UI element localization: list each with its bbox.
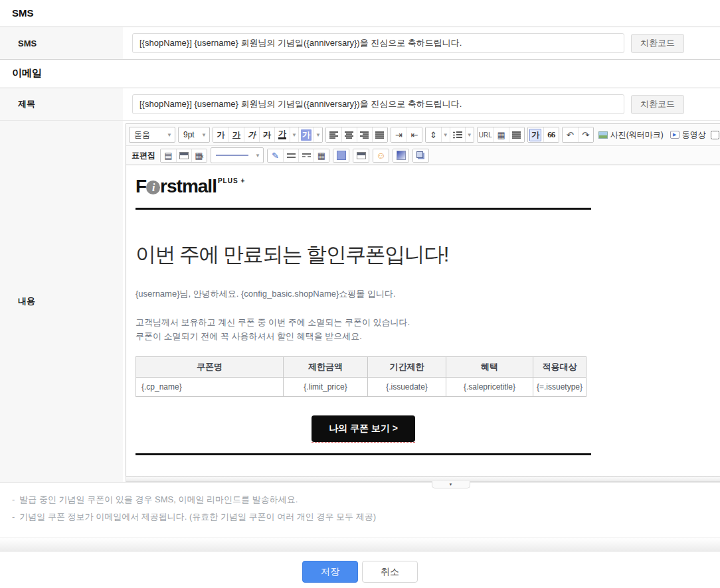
undo-button[interactable]: ↶	[563, 127, 578, 142]
bold-button[interactable]: 가	[213, 127, 228, 142]
coupon-table-header: 혜택	[446, 357, 533, 378]
email-subject-label: 제목	[0, 88, 123, 120]
underline-icon: 가	[232, 129, 240, 141]
view-my-coupons-button[interactable]: 나의 쿠폰 보기 >	[312, 415, 415, 442]
font-color-button[interactable]: 가	[274, 127, 290, 142]
editor-toolbar-table: 표편집 ▤ ▦× ▼ ✎	[126, 146, 720, 165]
align-center-button[interactable]	[341, 127, 357, 142]
all-borders-button[interactable]: ▦	[314, 149, 329, 162]
email-replace-code-button[interactable]: 치환코드	[631, 95, 684, 114]
list-dropdown[interactable]: ▼	[465, 127, 474, 142]
email-content-editable-area[interactable]: FirstmallPLUS + 이번 주에 만료되는 할인쿠폰입니다! {use…	[126, 165, 720, 476]
cell-bg-color-button[interactable]	[333, 149, 349, 162]
font-color-icon: 가	[278, 130, 286, 139]
coupon-table-header: 쿠폰명	[136, 357, 284, 378]
cell-bg-color-icon	[337, 151, 346, 160]
note-item: - 기념일 쿠폰 정보가 이메일에서 제공됩니다. (유효한 기념일 쿠폰이 여…	[12, 508, 708, 526]
gradient-fill-button[interactable]	[393, 149, 408, 162]
cancel-button[interactable]: 취소	[362, 561, 418, 583]
sms-row-value: 치환코드	[123, 27, 720, 59]
email-subject-input[interactable]	[132, 94, 624, 114]
table-insert-col-button[interactable]	[176, 149, 191, 162]
align-right-icon	[360, 131, 369, 139]
sms-replace-code-button[interactable]: 치환코드	[631, 34, 684, 53]
table-icon: ▦	[497, 131, 505, 139]
table-insert-row-button[interactable]: ▤	[161, 149, 176, 162]
html-mode-toggle[interactable]: HTML	[711, 130, 720, 140]
layer-icon	[416, 151, 423, 158]
blockquote-button[interactable]: 66	[543, 127, 559, 142]
coupon-table-header-row: 쿠폰명 제한금액 기간제한 혜택 적용대상	[136, 357, 586, 378]
email-greeting: {username}님, 안녕하세요. {config_basic.shopNa…	[135, 287, 591, 301]
editor-resize-bar[interactable]: ▼	[126, 477, 720, 482]
sms-message-input[interactable]	[132, 33, 624, 53]
outdent-icon: ⇤	[410, 130, 418, 140]
coupon-table-cell: {.salepricetitle}	[446, 378, 533, 397]
insert-photo-button[interactable]: 사진(워터마크)	[596, 129, 666, 141]
firstmall-logo: FirstmallPLUS +	[135, 176, 591, 197]
strikethrough-icon: 가	[263, 129, 271, 141]
coupon-table-cell: {=.issuetype}	[533, 378, 586, 397]
blockquote-icon: 66	[547, 129, 555, 140]
border-color-pen-button[interactable]: ✎	[268, 149, 283, 162]
line-height-dropdown[interactable]: ▼	[441, 127, 450, 142]
redo-button[interactable]: ↷	[578, 127, 593, 142]
coupon-table: 쿠폰명 제한금액 기간제한 혜택 적용대상 {.cp_name} {.limit…	[135, 356, 586, 397]
list-icon	[453, 131, 462, 139]
url-button[interactable]: URL	[478, 127, 494, 142]
outdent-button[interactable]: ⇤	[406, 127, 422, 142]
email-body-text: 고객님께서 보유하고 계신 쿠폰 중 이번 주에 소멸되는 쿠폰이 있습니다. …	[135, 316, 591, 344]
rich-text-editor: 돋움▼ 9pt▼ 가 가 가 가 가 ▼	[126, 123, 720, 477]
italic-icon: 가	[248, 129, 256, 141]
align-justify-button[interactable]	[372, 127, 387, 142]
highlight-color-dropdown[interactable]: ▼	[314, 127, 322, 142]
email-form-table: 제목 치환코드 내용 돋움▼ 9pt▼	[0, 88, 720, 482]
sms-row-label: SMS	[0, 27, 123, 59]
line-height-button[interactable]: ⇕	[426, 127, 441, 142]
email-editor-cell: 돋움▼ 9pt▼ 가 가 가 가 가 ▼	[123, 121, 720, 482]
editor-resize-handle[interactable]: ▼	[432, 481, 470, 488]
align-right-button[interactable]	[357, 127, 372, 142]
dashed-border-button[interactable]	[298, 149, 314, 162]
underline-button[interactable]: 가	[228, 127, 244, 142]
indent-button[interactable]: ⇥	[391, 127, 406, 142]
text-mode-icon: 가	[529, 129, 541, 141]
coupon-table-header: 기간제한	[368, 357, 446, 378]
split-cell-button[interactable]	[353, 149, 369, 162]
coupon-table-header: 적용대상	[533, 357, 586, 378]
email-content-row: 내용 돋움▼ 9pt▼ 가	[0, 120, 720, 482]
border-style-sample	[216, 155, 248, 156]
help-notes: - 발급 중인 기념일 쿠폰이 있을 경우 SMS, 이메일 리마인드를 발송하…	[0, 482, 720, 538]
text-mode-button[interactable]: 가	[528, 127, 543, 142]
align-left-button[interactable]	[326, 127, 341, 142]
font-color-dropdown[interactable]: ▼	[290, 127, 298, 142]
redo-icon: ↷	[582, 130, 589, 140]
horizontal-rule-button[interactable]	[509, 127, 524, 142]
strikethrough-button[interactable]: 가	[259, 127, 274, 142]
table-edit-label: 표편집	[132, 150, 155, 161]
table-delete-button[interactable]: ▦×	[191, 149, 207, 162]
border-style-select[interactable]: ▼	[211, 147, 264, 163]
solid-border-button[interactable]	[283, 149, 298, 162]
url-icon: URL	[479, 131, 492, 139]
html-mode-checkbox[interactable]	[711, 131, 719, 139]
italic-button[interactable]: 가	[244, 127, 259, 142]
list-button[interactable]	[450, 127, 465, 142]
coupon-table-row: {.cp_name} {.limit_price} {.issuedate} {…	[136, 378, 586, 397]
align-justify-icon	[375, 131, 384, 139]
save-button[interactable]: 저장	[302, 561, 358, 583]
insert-video-button[interactable]: ▶ 동영상	[668, 129, 708, 141]
note-item: - 발급 중인 기념일 쿠폰이 있을 경우 SMS, 이메일 리마인드를 발송하…	[12, 491, 708, 508]
coupon-table-header: 제한금액	[284, 357, 368, 378]
chevron-down-icon: ▼	[167, 132, 172, 138]
highlight-color-button[interactable]: 가	[298, 127, 314, 142]
layer-button[interactable]	[413, 149, 428, 162]
font-size-select[interactable]: 9pt▼	[178, 127, 210, 143]
editor-toolbar-main: 돋움▼ 9pt▼ 가 가 가 가 가 ▼	[126, 124, 720, 146]
horizontal-rule-icon	[512, 131, 521, 139]
sms-form-table: SMS 치환코드	[0, 27, 720, 60]
font-family-select[interactable]: 돋움▼	[129, 127, 175, 143]
all-borders-icon: ▦	[317, 151, 325, 160]
insert-table-button[interactable]: ▦	[494, 127, 509, 142]
emoticon-button[interactable]: ☺	[373, 149, 389, 162]
